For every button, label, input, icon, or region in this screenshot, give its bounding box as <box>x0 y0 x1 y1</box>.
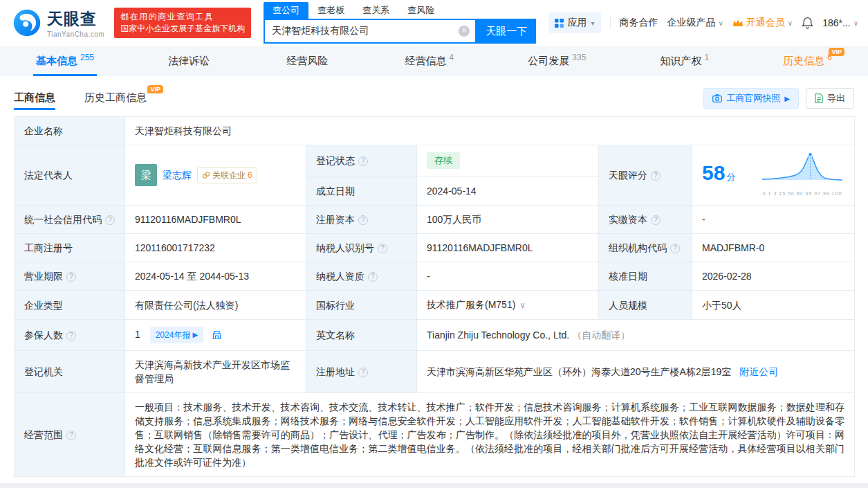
business-cooperation-link[interactable]: 商务合作 <box>620 17 658 29</box>
page-footer-strip <box>0 483 868 488</box>
related-companies-badge[interactable]: 关联企业 6 <box>197 167 257 183</box>
tab-history-info[interactable]: 历史信息 6 VIP <box>780 46 835 76</box>
help-icon[interactable]: ? <box>670 244 680 253</box>
search-tab-boss[interactable]: 查老板 <box>308 2 353 19</box>
nearby-companies-link[interactable]: 附近公司 <box>739 366 778 377</box>
row-company-name: 企业名称 天津智炬科技有限公司 <box>15 117 855 145</box>
subtab-business-info[interactable]: 工商信息 <box>14 90 55 113</box>
value-reg-number: 120116001717232 <box>125 234 306 262</box>
row-credit-code: 统一社会信用代码? 91120116MADJFBMR0L 注册资本? 100万人… <box>15 206 855 234</box>
tab-intellectual-property[interactable]: 知识产权 1 <box>657 46 712 76</box>
annual-report-badge[interactable]: 2024年报 ▶ <box>150 327 203 343</box>
arrow-right-icon: ▶ <box>784 95 790 102</box>
insured-history-icon[interactable] <box>212 329 222 339</box>
legal-rep-name-link[interactable]: 梁志辉 <box>163 168 192 182</box>
value-company-type: 有限责任公司(法人独资) <box>125 291 306 320</box>
apps-menu[interactable]: 应用 ▾ <box>548 12 601 33</box>
help-icon[interactable]: ? <box>358 156 368 166</box>
vip-badge: VIP <box>829 48 844 56</box>
row-company-type: 企业类型 有限责任公司(法人独资) 国标行业 技术推广服务(M751)∨ 人员规… <box>15 291 855 320</box>
search-tabs: 查公司 查老板 查关系 查风险 <box>264 2 536 19</box>
tab-basic-info[interactable]: 基本信息 255 <box>33 46 97 76</box>
value-reg-authority: 天津滨海高新技术产业开发区市场监督管理局 <box>125 351 306 393</box>
status-badge: 存续 <box>427 152 460 169</box>
vip-upgrade-link[interactable]: 开通会员 ∨ <box>732 17 793 29</box>
tab-count: 255 <box>80 53 94 62</box>
label-org-code: 组织机构代码? <box>599 234 692 262</box>
help-icon[interactable]: ? <box>358 215 368 225</box>
search-box: × <box>264 19 477 44</box>
tab-company-development[interactable]: 公司发展 335 <box>525 46 589 76</box>
help-icon[interactable]: ? <box>378 244 387 253</box>
chevron-down-icon[interactable]: ∨ <box>519 300 526 310</box>
label-approval-date: 核准日期 <box>599 262 692 291</box>
help-icon[interactable]: ? <box>66 272 76 282</box>
help-icon[interactable]: ? <box>358 368 368 377</box>
value-org-code: MADJFBMR-0 <box>692 234 855 262</box>
snapshot-button-label: 工商官网快照 <box>726 92 780 105</box>
tab-label: 历史信息 <box>783 46 824 76</box>
top-header: 天眼查 TianYanCha.com 都在用的商业查询工具 国家中小企业发展子基… <box>0 0 868 46</box>
promo-line-1: 都在用的商业查询工具 <box>120 11 245 23</box>
search-tab-risk[interactable]: 查风险 <box>398 2 443 19</box>
score-number: 58分 <box>702 166 735 184</box>
notification-bell-icon[interactable] <box>802 17 813 29</box>
snapshot-button[interactable]: 工商官网快照 ▶ <box>703 88 799 109</box>
help-icon[interactable]: ? <box>66 331 76 341</box>
row-business-scope: 经营范围? 一般项目：技术服务、技术开发、技术咨询、技术交流、技术转让、技术推广… <box>15 393 855 477</box>
company-section-tabs: 基本信息 255 法律诉讼 经营风险 经营信息 4 公司发展 335 知识产权 … <box>0 46 868 76</box>
help-icon[interactable]: ? <box>105 215 115 225</box>
chevron-down-icon: ▾ <box>591 19 595 27</box>
related-companies-count: 6 <box>248 168 252 182</box>
help-icon[interactable]: ? <box>651 215 661 225</box>
help-icon[interactable]: ? <box>651 171 661 181</box>
vip-upgrade-label: 开通会员 <box>746 17 785 29</box>
tab-operation-info[interactable]: 经营信息 4 <box>402 46 456 76</box>
subbar-actions: 工商官网快照 ▶ 导出 <box>703 88 854 114</box>
tab-legal-proceedings[interactable]: 法律诉讼 <box>165 46 215 76</box>
apps-label: 应用 <box>568 17 587 29</box>
label-paid-capital: 实缴资本? <box>599 206 692 234</box>
tab-operational-risk[interactable]: 经营风险 <box>284 46 333 76</box>
logo-text: 天眼查 TianYanCha.com <box>47 8 104 38</box>
help-icon[interactable]: ? <box>66 431 76 440</box>
label-reg-status: 登记状态? <box>306 145 417 177</box>
tianyancha-logo[interactable]: 天眼查 TianYanCha.com <box>12 8 104 38</box>
account-phone-menu[interactable]: 186*... ∨ <box>822 17 858 28</box>
label-company-name: 企业名称 <box>15 117 125 145</box>
label-reg-address: 注册地址? <box>306 351 417 393</box>
label-taxpayer-quality: 纳税人资质? <box>306 262 417 291</box>
logo-title: 天眼查 <box>47 8 104 30</box>
value-company-name: 天津智炬科技有限公司 <box>125 117 855 145</box>
tab-count: 1 <box>704 53 709 62</box>
search-tab-company[interactable]: 查公司 <box>264 2 308 19</box>
crown-icon <box>732 19 744 27</box>
help-icon[interactable]: ? <box>368 272 378 282</box>
value-establish-date: 2024-05-14 <box>417 177 599 205</box>
row-insured-english: 参保人数? 1 2024年报 ▶ 英文名称 Tianjin Zhiju Tech… <box>15 320 855 351</box>
tab-label: 经营信息 <box>405 46 446 76</box>
value-english-name: Tianjin Zhiju Technology Co., Ltd. （自动翻译… <box>417 320 855 351</box>
value-score[interactable]: 58分 0 1 3 15 50 80 95 97 99 100 <box>692 145 855 206</box>
subtab-history-business-info[interactable]: 历史工商信息 VIP <box>84 90 147 113</box>
value-credit-code: 91120116MADJFBMR0L <box>125 206 306 234</box>
tab-count: 4 <box>449 53 454 62</box>
business-info-subbar: 工商信息 历史工商信息 VIP 工商官网快照 ▶ 导出 <box>0 76 868 115</box>
value-taxpayer-quality: - <box>417 262 599 291</box>
label-reg-number: 工商注册号 <box>15 234 125 262</box>
header-right-nav: 应用 ▾ 商务合作 企业级产品 ∨ 开通会员 ∨ 186*... ∨ <box>548 12 859 33</box>
clear-search-icon[interactable]: × <box>459 26 470 37</box>
tab-label: 法律诉讼 <box>168 46 210 76</box>
label-score: 天眼评分? <box>599 145 692 206</box>
value-legal-rep: 梁 梁志辉 关联企业 6 <box>125 145 306 206</box>
search-input[interactable] <box>265 20 454 42</box>
value-industry[interactable]: 技术推广服务(M751)∨ <box>417 291 599 320</box>
tab-label: 基本信息 <box>36 46 77 76</box>
search-button[interactable]: 天眼一下 <box>477 19 536 44</box>
chevron-down-icon: ∨ <box>719 19 723 27</box>
export-button[interactable]: 导出 <box>806 88 854 109</box>
enterprise-product-link[interactable]: 企业级产品 ∨ <box>667 17 723 29</box>
value-reg-status: 存续 <box>417 145 599 177</box>
search-tab-relation[interactable]: 查关系 <box>353 2 398 19</box>
legal-rep-avatar[interactable]: 梁 <box>135 164 157 186</box>
